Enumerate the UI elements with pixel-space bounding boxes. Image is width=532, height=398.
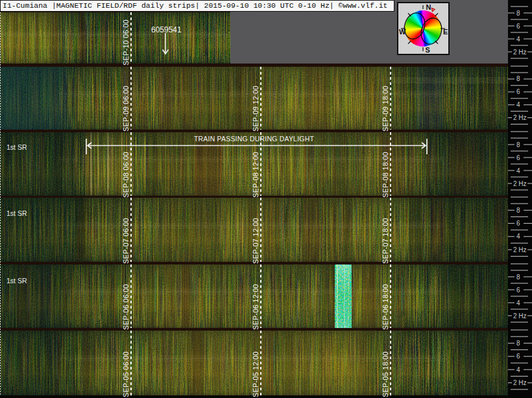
svg-text:4: 4 <box>516 101 520 108</box>
svg-text:8: 8 <box>516 340 520 347</box>
svg-text:4: 4 <box>516 366 520 373</box>
svg-text:2 Hz: 2 Hz <box>513 49 527 56</box>
svg-text:6: 6 <box>516 154 520 161</box>
svg-text:4: 4 <box>516 233 520 240</box>
svg-text:8: 8 <box>516 141 520 148</box>
svg-text:4: 4 <box>516 167 520 174</box>
svg-text:8: 8 <box>516 207 520 214</box>
svg-text:2 Hz: 2 Hz <box>513 379 527 386</box>
svg-text:S: S <box>426 46 430 54</box>
svg-text:4: 4 <box>516 299 520 307</box>
svg-text:6: 6 <box>516 88 520 95</box>
svg-text:6: 6 <box>516 23 520 30</box>
svg-text:2 Hz: 2 Hz <box>513 180 527 187</box>
svg-text:8: 8 <box>516 75 520 82</box>
svg-text:8: 8 <box>516 10 520 17</box>
svg-text:6: 6 <box>516 220 520 227</box>
svg-text:E: E <box>443 28 448 36</box>
svg-text:W: W <box>399 28 406 36</box>
svg-text:2 Hz: 2 Hz <box>513 312 527 320</box>
svg-text:2 Hz: 2 Hz <box>513 246 527 253</box>
svg-text:N: N <box>426 3 431 11</box>
svg-text:2 Hz: 2 Hz <box>513 114 527 121</box>
svg-text:4: 4 <box>516 36 520 43</box>
svg-text:6: 6 <box>516 287 520 294</box>
svg-text:8: 8 <box>516 274 520 281</box>
svg-text:6: 6 <box>516 353 520 360</box>
